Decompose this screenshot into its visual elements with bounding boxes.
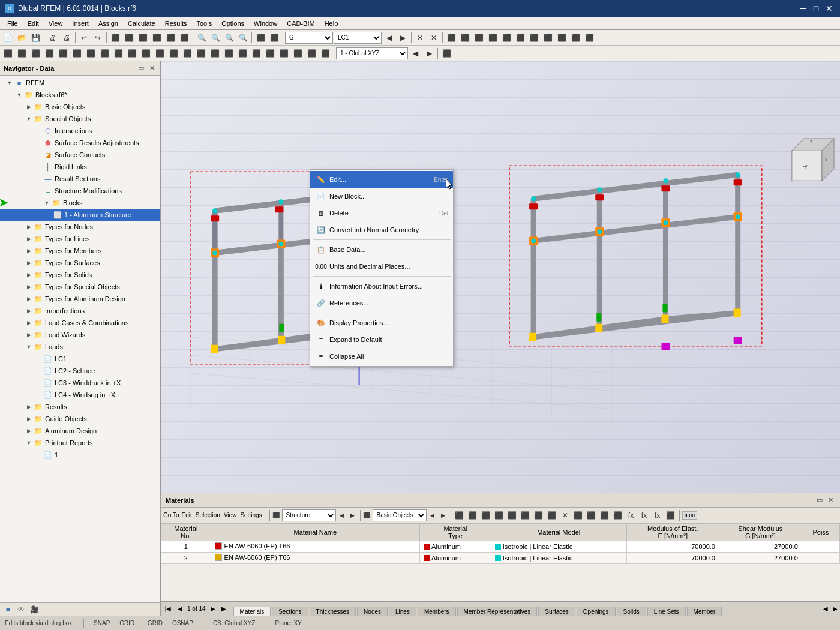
- structure-next[interactable]: ▶: [348, 510, 358, 521]
- tab-sections[interactable]: Sections: [272, 607, 308, 616]
- tb18[interactable]: ⬛: [486, 31, 499, 44]
- menu-file[interactable]: File: [2, 19, 23, 28]
- redo-btn[interactable]: ↪: [91, 31, 104, 44]
- tb25[interactable]: ⬛: [583, 31, 596, 44]
- tb8[interactable]: 🔍: [209, 31, 222, 44]
- status-snap[interactable]: SNAP: [94, 620, 110, 626]
- toggle-types-surfaces[interactable]: ▶: [24, 258, 34, 268]
- tree-item-surface-results[interactable]: ▶ ⬟ Surface Results Adjustments: [0, 137, 160, 149]
- tb2[interactable]: ⬛: [122, 31, 136, 44]
- cs-prev[interactable]: ◀: [409, 47, 422, 60]
- table-row[interactable]: 2 EN AW-6060 (EP) T66: [161, 553, 840, 564]
- cs-selector[interactable]: 1 - Global XYZ: [336, 47, 408, 59]
- lc-selector[interactable]: G: [285, 32, 333, 44]
- ctx-delete[interactable]: 🗑 Delete Del: [310, 205, 453, 221]
- ctx-references[interactable]: 🔗 References...: [310, 295, 453, 311]
- menu-options[interactable]: Options: [217, 19, 249, 28]
- tree-item-lc4[interactable]: ▶ 📄 LC4 - Windsog in +X: [0, 389, 160, 401]
- open-btn[interactable]: 📂: [15, 31, 28, 44]
- save-btn[interactable]: 💾: [29, 31, 42, 44]
- tb7[interactable]: 🔍: [195, 31, 208, 44]
- tree-item-types-special[interactable]: ▶ 📁 Types for Special Objects: [0, 281, 160, 293]
- status-osnap[interactable]: OSNAP: [172, 620, 193, 626]
- lc-next[interactable]: ▶: [396, 31, 409, 44]
- tab-members[interactable]: Members: [418, 607, 456, 616]
- tb14[interactable]: ✕: [427, 31, 440, 44]
- status-grid[interactable]: GRID: [119, 620, 134, 626]
- toggle-types-members[interactable]: ▶: [24, 246, 34, 256]
- tree-item-result-sections[interactable]: ▶ — Result Sections: [0, 173, 160, 185]
- tree-item-results[interactable]: ▶ 📁 Results: [0, 401, 160, 413]
- lc-prev[interactable]: ◀: [382, 31, 395, 44]
- tb-b2[interactable]: ⬛: [467, 510, 479, 521]
- tab-solids[interactable]: Solids: [617, 607, 646, 616]
- t2b11[interactable]: ⬛: [139, 47, 152, 60]
- tab-lines[interactable]: Lines: [389, 607, 416, 616]
- t2b21[interactable]: ⬛: [277, 47, 290, 60]
- tb23[interactable]: ⬛: [555, 31, 568, 44]
- toggle-load-wizards[interactable]: ▶: [24, 330, 34, 340]
- tree-item-types-lines[interactable]: ▶ 📁 Types for Lines: [0, 233, 160, 245]
- t2b7[interactable]: ⬛: [84, 47, 97, 60]
- tree-item-types-nodes[interactable]: ▶ 📁 Types for Nodes: [0, 221, 160, 233]
- ctx-display-props[interactable]: 🎨 Display Properties...: [310, 314, 453, 331]
- tb-b6[interactable]: ⬛: [520, 510, 532, 521]
- basic-objects-next[interactable]: ▶: [439, 510, 448, 521]
- tb9[interactable]: 🔍: [223, 31, 236, 44]
- nav-view-btn[interactable]: 🎥: [29, 604, 40, 615]
- tb15[interactable]: ⬛: [445, 31, 458, 44]
- navigator-close-btn[interactable]: ✕: [147, 64, 157, 73]
- t2b12[interactable]: ⬛: [153, 47, 166, 60]
- tb1[interactable]: ⬛: [109, 31, 122, 44]
- tb20[interactable]: ⬛: [514, 31, 527, 44]
- toggle-rfem[interactable]: ▼: [5, 78, 14, 88]
- menu-tools[interactable]: Tools: [191, 19, 217, 28]
- tab-nodes[interactable]: Nodes: [357, 607, 388, 616]
- print2-btn[interactable]: 🖨: [60, 31, 73, 44]
- tree-item-lc2[interactable]: ▶ 📄 LC2 - Schnee: [0, 365, 160, 377]
- lc-dropdown[interactable]: LC1: [334, 32, 382, 44]
- menu-results[interactable]: Results: [160, 19, 192, 28]
- ctx-units[interactable]: 0.00 Units and Decimal Places...: [310, 258, 453, 275]
- tb3[interactable]: ⬛: [136, 31, 149, 44]
- cs-next[interactable]: ▶: [422, 47, 436, 60]
- close-button[interactable]: ✕: [823, 2, 835, 14]
- viewport[interactable]: Z -y z x: [161, 61, 840, 493]
- tab-member[interactable]: Member: [687, 607, 722, 616]
- tree-item-aluminum-design[interactable]: ▶ 📁 Aluminum Design: [0, 425, 160, 437]
- tb-b3[interactable]: ⬛: [480, 510, 492, 521]
- tb-b15[interactable]: fx: [638, 510, 650, 521]
- t2b8[interactable]: ⬛: [98, 47, 111, 60]
- tb-b5[interactable]: ⬛: [506, 510, 518, 521]
- menu-calculate[interactable]: Calculate: [123, 19, 160, 28]
- toggle-special[interactable]: ▼: [24, 114, 34, 124]
- tree-item-types-solids[interactable]: ▶ 📁 Types for Solids: [0, 269, 160, 281]
- tb16[interactable]: ⬛: [458, 31, 472, 44]
- t2b25[interactable]: ⬛: [440, 47, 453, 60]
- tab-surfaces[interactable]: Surfaces: [538, 607, 575, 616]
- t2b4[interactable]: ⬛: [43, 47, 56, 60]
- nav-data-btn[interactable]: ■: [2, 604, 13, 615]
- tree-item-printout[interactable]: ▼ 📁 Printout Reports: [0, 437, 160, 449]
- toggle-types-lines[interactable]: ▶: [24, 234, 34, 244]
- tree-item-imperfections[interactable]: ▶ 📁 Imperfections: [0, 305, 160, 317]
- tree-item-lc3[interactable]: ▶ 📄 LC3 - Winddruck in +X: [0, 377, 160, 389]
- toggle-types-solids[interactable]: ▶: [24, 270, 34, 280]
- undo-btn[interactable]: ↩: [77, 31, 91, 44]
- tb-b14[interactable]: fx: [625, 510, 637, 521]
- toggle-guide-objects[interactable]: ▶: [24, 414, 34, 424]
- structure-prev[interactable]: ◀: [337, 510, 347, 521]
- tb19[interactable]: ⬛: [500, 31, 513, 44]
- ctx-base-data[interactable]: 📋 Base Data...: [310, 241, 453, 258]
- tb22[interactable]: ⬛: [541, 31, 554, 44]
- tb4[interactable]: ⬛: [150, 31, 163, 44]
- tree-item-types-surfaces[interactable]: ▶ 📁 Types for Surfaces: [0, 257, 160, 269]
- t2b14[interactable]: ⬛: [181, 47, 194, 60]
- tree-item-struct-mod[interactable]: ▶ ≡ Structure Modifications: [0, 185, 160, 197]
- tree-item-rigid-links[interactable]: ▶ ┤ Rigid Links: [0, 161, 160, 173]
- tree-item-rfem[interactable]: ▼ ■ RFEM: [0, 77, 160, 89]
- page-next[interactable]: ▶: [208, 604, 218, 614]
- tree-item-load-cases[interactable]: ▶ 📁 Load Cases & Combinations: [0, 317, 160, 329]
- menu-window[interactable]: Window: [249, 19, 282, 28]
- tab-scroll-left[interactable]: ◀: [821, 604, 830, 614]
